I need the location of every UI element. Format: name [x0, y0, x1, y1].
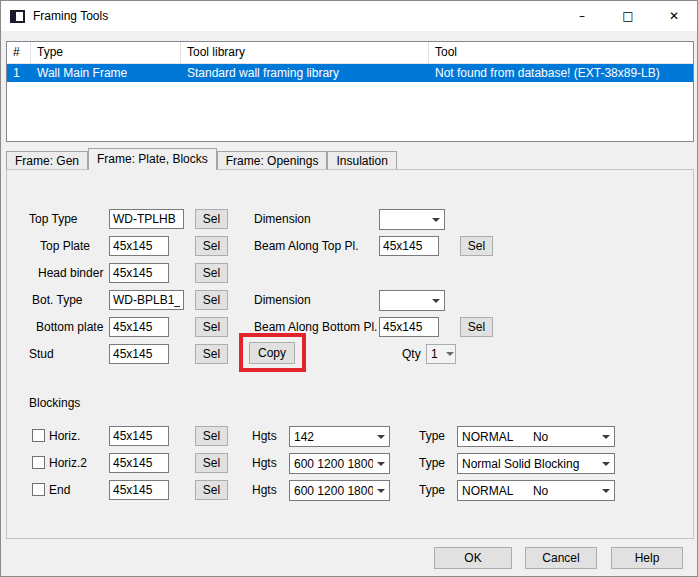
framing-tools-dialog: Framing Tools – □ ✕ # Type Tool library …	[0, 0, 698, 577]
tool-table-header: # Type Tool library Tool	[7, 42, 693, 64]
window-controls: – □ ✕	[559, 1, 697, 31]
table-header-num[interactable]: #	[7, 42, 31, 64]
end-checkbox[interactable]	[32, 483, 45, 496]
title-bar: Framing Tools – □ ✕	[1, 1, 697, 31]
horiz2-hgts-label: Hgts	[252, 456, 277, 470]
table-row[interactable]: 1 Wall Main Frame Standard wall framing …	[7, 64, 693, 82]
chevron-down-icon	[373, 481, 389, 500]
qty-label: Qty	[402, 347, 421, 361]
bot-type-sel-button[interactable]: Sel	[195, 290, 228, 310]
end-hgts-select[interactable]: 600 1200 1800	[289, 480, 390, 501]
window-title: Framing Tools	[33, 9, 108, 23]
cell-library: Standard wall framing library	[181, 66, 429, 80]
horiz-hgts-label: Hgts	[252, 429, 277, 443]
minimize-button[interactable]: –	[559, 1, 605, 31]
ok-button[interactable]: OK	[434, 547, 512, 569]
horiz-input[interactable]	[109, 426, 169, 446]
cancel-button[interactable]: Cancel	[525, 547, 597, 569]
horiz2-sel-button[interactable]: Sel	[195, 453, 228, 473]
tab-bar: Frame: Gen Frame: Plate, Blocks Frame: O…	[6, 148, 397, 170]
horiz2-checkbox[interactable]	[32, 456, 45, 469]
chevron-down-icon	[373, 427, 389, 446]
maximize-button[interactable]: □	[605, 1, 651, 31]
head-binder-label: Head binder	[38, 266, 103, 280]
head-binder-sel-button[interactable]: Sel	[195, 263, 228, 283]
beam-along-bottom-label: Beam Along Bottom Pl.	[254, 320, 377, 334]
bottom-plate-input[interactable]	[109, 317, 169, 337]
dimension-top-label: Dimension	[254, 212, 311, 226]
head-binder-input[interactable]	[109, 263, 169, 283]
beam-along-bottom-input[interactable]	[379, 317, 439, 337]
dimension-bottom-select[interactable]	[379, 290, 445, 311]
chevron-down-icon	[598, 454, 614, 473]
chevron-down-icon	[598, 427, 614, 446]
tab-frame-openings[interactable]: Frame: Openings	[217, 151, 328, 170]
stud-sel-button[interactable]: Sel	[195, 344, 228, 364]
end-label: End	[49, 483, 70, 497]
beam-along-top-sel-button[interactable]: Sel	[460, 236, 493, 256]
table-header-type[interactable]: Type	[31, 42, 181, 64]
help-button[interactable]: Help	[611, 547, 683, 569]
tool-table: # Type Tool library Tool 1 Wall Main Fra…	[6, 41, 694, 142]
stud-label: Stud	[29, 347, 54, 361]
tab-frame-gen[interactable]: Frame: Gen	[6, 151, 88, 170]
end-type-label: Type	[419, 483, 445, 497]
top-type-sel-button[interactable]: Sel	[195, 209, 228, 229]
top-type-input[interactable]	[109, 209, 184, 229]
horiz2-input[interactable]	[109, 453, 169, 473]
horiz-type-label: Type	[419, 429, 445, 443]
horiz2-hgts-select[interactable]: 600 1200 1800	[289, 453, 390, 474]
tab-insulation[interactable]: Insulation	[327, 151, 396, 170]
horiz2-label: Horiz.2	[49, 456, 87, 470]
table-header-tool[interactable]: Tool	[429, 42, 693, 64]
horiz-sel-button[interactable]: Sel	[195, 426, 228, 446]
end-sel-button[interactable]: Sel	[195, 480, 228, 500]
horiz-hgts-select[interactable]: 142	[289, 426, 390, 447]
table-header-library[interactable]: Tool library	[181, 42, 429, 64]
tab-frame-plate-blocks[interactable]: Frame: Plate, Blocks	[88, 148, 217, 170]
bottom-plate-label: Bottom plate	[36, 320, 103, 334]
horiz2-type-select[interactable]: Normal Solid Blocking	[457, 453, 615, 474]
cell-tool: Not found from database! (EXT-38x89-LB)	[429, 66, 693, 80]
horiz2-type-label: Type	[419, 456, 445, 470]
top-plate-label: Top Plate	[40, 239, 90, 253]
end-type-select[interactable]: NORMAL No	[457, 480, 615, 501]
bot-type-input[interactable]	[109, 290, 184, 310]
bot-type-label: Bot. Type	[32, 293, 82, 307]
chevron-down-icon	[428, 210, 444, 229]
top-plate-sel-button[interactable]: Sel	[195, 236, 228, 256]
plate-blocks-panel: Top Type Sel Dimension Top Plate Sel Bea…	[6, 169, 694, 539]
bottom-plate-sel-button[interactable]: Sel	[195, 317, 228, 337]
copy-button[interactable]: Copy	[249, 342, 295, 364]
top-plate-input[interactable]	[109, 236, 169, 256]
beam-along-top-label: Beam Along Top Pl.	[254, 239, 359, 253]
stud-input[interactable]	[109, 344, 169, 364]
qty-select[interactable]: 1	[426, 344, 456, 364]
chevron-down-icon	[444, 345, 455, 363]
cell-num: 1	[7, 66, 31, 80]
horiz-label: Horiz.	[49, 429, 80, 443]
blockings-label: Blockings	[29, 396, 80, 410]
chevron-down-icon	[373, 454, 389, 473]
app-icon	[10, 10, 25, 23]
close-button[interactable]: ✕	[651, 1, 697, 31]
top-type-label: Top Type	[29, 212, 77, 226]
chevron-down-icon	[598, 481, 614, 500]
horiz-checkbox[interactable]	[32, 429, 45, 442]
cell-type: Wall Main Frame	[31, 66, 181, 80]
end-input[interactable]	[109, 480, 169, 500]
dimension-bottom-label: Dimension	[254, 293, 311, 307]
horiz-type-select[interactable]: NORMAL No	[457, 426, 615, 447]
chevron-down-icon	[428, 291, 444, 310]
beam-along-top-input[interactable]	[379, 236, 439, 256]
dimension-top-select[interactable]	[379, 209, 445, 230]
beam-along-bottom-sel-button[interactable]: Sel	[460, 317, 493, 337]
end-hgts-label: Hgts	[252, 483, 277, 497]
